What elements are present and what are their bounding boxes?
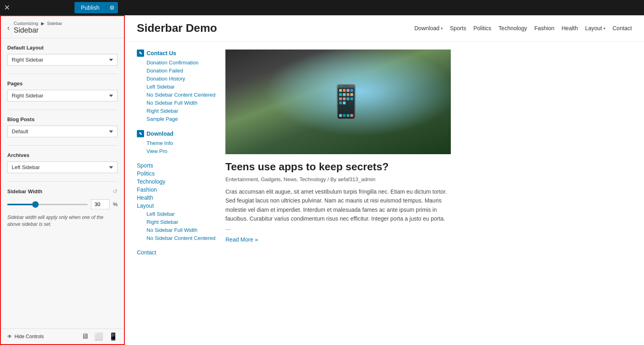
refresh-icon[interactable]: ↺ (113, 188, 118, 194)
nav-sports[interactable]: Sports (450, 25, 466, 31)
menu-section-layout: Layout Left Sidebar Right Sidebar No Sid… (137, 202, 217, 241)
menu-section-contact-title[interactable]: ✎ Contact Us (137, 50, 217, 57)
menu-politics[interactable]: Politics (137, 170, 217, 177)
list-item: Left Sidebar (147, 211, 217, 217)
menu-health[interactable]: Health (137, 194, 217, 201)
panel-title: Sidebar (14, 26, 62, 35)
slider-fill (7, 204, 35, 205)
blog-posts-group: Blog Posts Default Right Sidebar Left Si… (7, 116, 118, 137)
menu-contact[interactable]: Contact (137, 249, 217, 256)
slider-row: % (7, 199, 118, 209)
main-content: Teens use apps to keep secrets? Entertai… (225, 50, 632, 337)
site-nav: Download ▾ Sports Politics Technology Fa… (415, 25, 632, 31)
panel-footer: 👁 Hide Controls 🖥 ⬜ 📱 (1, 328, 124, 344)
article-body: Cras accumsan elit augue, sit amet vesti… (225, 187, 451, 232)
pages-label: Pages (7, 81, 118, 87)
close-button[interactable]: ✕ (4, 3, 10, 12)
list-item: No Sidebar Content Centered (147, 91, 217, 98)
list-item: Right Sidebar (147, 107, 217, 114)
nav-health[interactable]: Health (561, 25, 578, 31)
list-item: View Pro (147, 148, 217, 154)
publish-group: Publish ⚙ (14, 2, 118, 13)
menu-section-download: ✎ Download Theme Info View Pro (137, 130, 217, 154)
slider-track[interactable] (7, 204, 88, 205)
article-image (225, 50, 451, 154)
site-body: ✎ Contact Us Donation Confirmation Donat… (125, 41, 644, 345)
blog-posts-label: Blog Posts (7, 116, 118, 122)
panel-header: ‹ Customizing ▶ Sidebar Sidebar (1, 16, 124, 38)
publish-button[interactable]: Publish (74, 2, 106, 13)
list-item: No Sidebar Content Centered (147, 235, 217, 241)
menu-fashion[interactable]: Fashion (137, 186, 217, 193)
contact-menu-items: Donation Confirmation Donation Failed Do… (137, 59, 217, 122)
panel-content: Default Layout Right Sidebar Left Sideba… (1, 38, 124, 328)
edit-icon-2: ✎ (137, 130, 144, 137)
top-bar: ✕ Publish ⚙ (0, 0, 644, 15)
menu-section-download-title[interactable]: ✎ Download (137, 130, 217, 137)
list-item: Left Sidebar (147, 83, 217, 90)
nav-download[interactable]: Download ▾ (415, 25, 443, 31)
site-header: Siderbar Demo Download ▾ Sports Politics… (125, 15, 644, 41)
layout-menu-items: Left Sidebar Right Sidebar No Sidebar Fu… (137, 211, 217, 241)
default-layout-label: Default Layout (7, 45, 118, 51)
menu-technology[interactable]: Technology (137, 178, 217, 185)
mobile-icon[interactable]: 📱 (109, 332, 118, 341)
list-item: No Sidebar Full Width (147, 227, 217, 233)
list-item: Donation Failed (147, 67, 217, 74)
breadcrumb: Customizing ▶ Sidebar (14, 21, 62, 26)
gear-button[interactable]: ⚙ (106, 2, 118, 13)
list-item: Theme Info (147, 140, 217, 146)
site-title: Siderbar Demo (137, 22, 217, 35)
default-layout-select[interactable]: Right Sidebar Left Sidebar No Sidebar Co… (7, 54, 118, 66)
slider-thumb[interactable] (32, 201, 39, 208)
sidebar-width-input[interactable] (91, 199, 109, 209)
blog-posts-select[interactable]: Default Right Sidebar Left Sidebar (7, 126, 118, 137)
nav-politics[interactable]: Politics (473, 25, 491, 31)
archives-select[interactable]: Left Sidebar Right Sidebar Default (7, 161, 118, 173)
read-more-link[interactable]: Read More » (225, 236, 632, 243)
menu-layout[interactable]: Layout (137, 202, 217, 209)
nav-technology[interactable]: Technology (499, 25, 527, 31)
download-menu-items: Theme Info View Pro (137, 140, 217, 154)
list-item: Donation History (147, 75, 217, 82)
default-layout-group: Default Layout Right Sidebar Left Sideba… (7, 45, 118, 66)
sidebar-width-group: Sidebar Width ↺ % Sidebar width will app… (7, 188, 118, 228)
eye-icon: 👁 (7, 334, 12, 339)
sidebar-width-unit: % (113, 201, 118, 207)
menu-section-contact: ✎ Contact Us Donation Confirmation Donat… (137, 50, 217, 122)
back-button[interactable]: ‹ (7, 24, 10, 32)
list-item: No Sidebar Full Width (147, 99, 217, 106)
desktop-icon[interactable]: 🖥 (81, 332, 89, 341)
list-item: Sample Page (147, 116, 217, 122)
menu-sidebar: ✎ Contact Us Donation Confirmation Donat… (137, 50, 217, 337)
hide-controls-button[interactable]: 👁 Hide Controls (7, 334, 44, 339)
archives-label: Archives (7, 152, 118, 158)
archives-group: Archives Left Sidebar Right Sidebar Defa… (7, 152, 118, 173)
main-area: ‹ Customizing ▶ Sidebar Sidebar Default … (0, 15, 644, 345)
site-preview: Siderbar Demo Download ▾ Sports Politics… (125, 15, 644, 345)
sidebar-width-label: Sidebar Width (7, 188, 42, 194)
sidebar-width-note: Sidebar width will apply only when one o… (7, 214, 118, 228)
footer-icons: 🖥 ⬜ 📱 (81, 332, 118, 341)
pages-select[interactable]: Right Sidebar Left Sidebar Default (7, 90, 118, 101)
chevron-down-icon: ▾ (441, 26, 443, 31)
list-item: Donation Confirmation (147, 59, 217, 66)
chevron-down-icon-2: ▾ (603, 26, 605, 31)
nav-fashion[interactable]: Fashion (534, 25, 554, 31)
article-title: Teens use apps to keep secrets? (225, 161, 632, 173)
article-meta: Entertainment, Gadgets, News, Technology… (225, 176, 632, 182)
panel-header-info: Customizing ▶ Sidebar Sidebar (14, 21, 62, 35)
menu-sports[interactable]: Sports (137, 162, 217, 169)
customizer-panel: ‹ Customizing ▶ Sidebar Sidebar Default … (0, 15, 125, 345)
edit-icon: ✎ (137, 50, 144, 57)
list-item: Right Sidebar (147, 219, 217, 225)
sidebar-width-header: Sidebar Width ↺ (7, 188, 118, 194)
nav-contact[interactable]: Contact (613, 25, 632, 31)
tablet-icon[interactable]: ⬜ (94, 332, 103, 341)
pages-group: Pages Right Sidebar Left Sidebar Default (7, 81, 118, 101)
nav-layout[interactable]: Layout ▾ (585, 25, 605, 31)
